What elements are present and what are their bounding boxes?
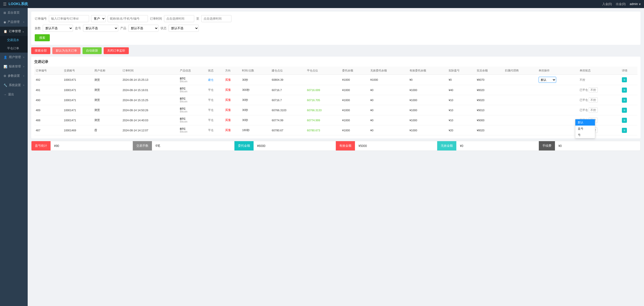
table-row: 48810001471测贤2024-08-14 14:40:03BTCBitco…	[34, 115, 637, 125]
table-header-col: 交易账号	[62, 67, 93, 75]
sidebar-sub-trade-flow[interactable]: 交易流水	[0, 36, 28, 44]
cell-order-time: 2024-08-14 14:50:26	[121, 105, 178, 115]
no-monitor-btn[interactable]: 不控	[589, 107, 598, 113]
today-button[interactable]: 默认为当天订单	[52, 47, 80, 54]
account-input[interactable]	[108, 15, 148, 22]
status-select[interactable]: 默认不选	[169, 25, 199, 32]
cell-order-time: 2024-08-14 15:25:13	[121, 75, 178, 85]
cell-valid-commission: ¥1000	[408, 85, 447, 95]
cell-open-price: 60716.7	[270, 95, 305, 105]
monitor-status-text: 不控	[580, 78, 585, 81]
cell-actual-profit: ¥20	[447, 125, 475, 135]
cell-detail[interactable]: ≡	[620, 125, 637, 135]
batch-label: 族数	[35, 26, 41, 30]
cell-product: BTCBitcoin	[178, 95, 207, 105]
cell-trade-no: 10001471	[62, 105, 93, 115]
cell-order-time: 2024-08-14 15:15:25	[121, 95, 178, 105]
cell-valid-commission: ¥1000	[408, 115, 447, 125]
cell-invalid-commission: ¥0	[369, 105, 408, 115]
cell-detail[interactable]: ≡	[620, 105, 637, 115]
sidebar-item-params[interactable]: ⚙ 参数设置 ›	[0, 71, 28, 81]
trade-count-label: 交易手数	[133, 141, 152, 150]
filter-area: 订单编号 客户 订单时间 至 族数 默认不选 盘号 默认不选 产品 默认不选	[31, 12, 640, 45]
bottom-stats: 盈亏统计 ¥90 交易手数 6笔 委托金额 ¥6000 有效金额 ¥5000 无…	[31, 141, 640, 151]
detail-button[interactable]: ≡	[622, 118, 627, 123]
table-header-col: 建仓点位	[270, 67, 305, 75]
sidebar-item-system[interactable]: 🔧 系统设置 ›	[0, 81, 28, 90]
detail-button[interactable]: ≡	[622, 128, 627, 133]
withdraw-btn[interactable]: 出金(0)	[616, 2, 626, 6]
time-end-input[interactable]	[201, 15, 231, 22]
close-monitor-button[interactable]: 关闭订单监听	[104, 47, 129, 54]
batch-select[interactable]: 默认不选	[43, 25, 73, 32]
trade-count-value: 6笔	[152, 141, 234, 150]
cell-actual-profit: ¥10	[447, 115, 475, 125]
cell-commission: ¥1000	[341, 95, 369, 105]
cell-commission: ¥1000	[341, 125, 369, 135]
no-monitor-btn[interactable]: 不控	[589, 87, 598, 93]
sidebar-item-dashboard[interactable]: ⊞ 后台首页	[0, 8, 28, 17]
cell-close-price: 60716.705	[305, 95, 341, 105]
time-start-input[interactable]	[164, 15, 194, 22]
sidebar-item-report[interactable]: 📊 报表管理 ›	[0, 62, 28, 71]
cell-detail[interactable]: ≡	[620, 85, 637, 95]
detail-button[interactable]: ≡	[622, 77, 627, 82]
cell-username: 霞	[93, 125, 121, 135]
cell-open-price: 60804.39	[270, 75, 305, 85]
deposit-btn[interactable]: 入金(0)	[602, 2, 612, 6]
cell-detail[interactable]: ≡	[620, 75, 637, 85]
hamburger-icon[interactable]: ☰	[3, 2, 7, 7]
table-area: 交易记录 订单编号交易账号用户名称订单时间产品信息状态方向时间/点数建仓点位平仓…	[31, 57, 640, 138]
table-header-col: 单控状态	[578, 67, 620, 75]
monitor-op-select[interactable]: 默认	[539, 77, 556, 83]
cell-detail[interactable]: ≡	[620, 115, 637, 125]
sidebar-item-order[interactable]: 📋 订单管理 ⌄	[0, 27, 28, 36]
plate-label: 盘号	[75, 26, 81, 30]
plate-select[interactable]: 默认不选	[83, 25, 118, 32]
cell-monitor-op	[537, 95, 578, 105]
sidebar-item-product[interactable]: ◉ 产品管理 ›	[0, 17, 28, 27]
cell-direction: 买涨	[224, 85, 241, 95]
fee-label: 手续费	[539, 141, 555, 150]
detail-button[interactable]: ≡	[622, 88, 627, 93]
no-monitor-btn[interactable]: 不控	[589, 97, 598, 103]
profit-label: 盈亏统计	[31, 141, 51, 150]
sidebar-item-logout[interactable]: → 退出	[0, 90, 28, 99]
cell-direction: 买涨	[224, 115, 241, 125]
sidebar-sub-flat-order[interactable]: 平仓订单	[0, 44, 28, 53]
detail-button[interactable]: ≡	[622, 108, 627, 113]
monitor-dropdown[interactable]: 默认 盘号 号	[575, 119, 595, 138]
auto-refresh-button[interactable]: 自动刷新	[83, 47, 102, 54]
cell-order-time: 2024-08-14 14:40:03	[121, 115, 178, 125]
admin-menu[interactable]: admin ∨	[630, 2, 641, 6]
cell-open-price: 60780.67	[270, 125, 305, 135]
cell-monitor-op[interactable]: 默认	[537, 75, 578, 85]
cell-close-price: 60774.999	[305, 115, 341, 125]
dropdown-item-number[interactable]: 号	[575, 132, 595, 138]
commission-label: 委托金额	[234, 141, 254, 150]
table-header-col: 时间/点数	[240, 67, 270, 75]
cell-agent	[503, 115, 537, 125]
order-number-input[interactable]	[49, 15, 89, 22]
table-row: 48710001469霞2024-08-14 14:12:07BTCBitcoi…	[34, 125, 637, 135]
cell-balance-after: ¥9000	[475, 115, 503, 125]
cell-id: 491	[34, 85, 62, 95]
cell-product: BTCBitcoin	[178, 115, 207, 125]
search-button[interactable]: 搜索	[35, 34, 50, 41]
cell-agent	[503, 105, 537, 115]
cell-close-price: 60716.699	[305, 85, 341, 95]
cell-detail[interactable]: ≡	[620, 95, 637, 105]
table-row: 49210001471测贤2024-08-14 15:25:13BTCBitco…	[34, 75, 637, 85]
product-icon: ◉	[4, 20, 6, 24]
customer-select[interactable]: 客户	[91, 15, 106, 22]
search-all-button[interactable]: 搜索全部	[31, 47, 50, 54]
product-select[interactable]: 默认不选	[128, 25, 158, 32]
dropdown-item-default[interactable]: 默认	[575, 119, 595, 126]
valid-label: 有效金额	[336, 141, 355, 150]
sidebar-item-user[interactable]: 👤 用户管理 ›	[0, 53, 28, 62]
logout-icon: →	[4, 93, 7, 96]
dropdown-item-plate[interactable]: 盘号	[575, 126, 595, 132]
cell-invalid-commission: ¥0	[369, 115, 408, 125]
chevron-right-user-icon: ›	[23, 56, 24, 59]
detail-button[interactable]: ≡	[622, 98, 627, 103]
